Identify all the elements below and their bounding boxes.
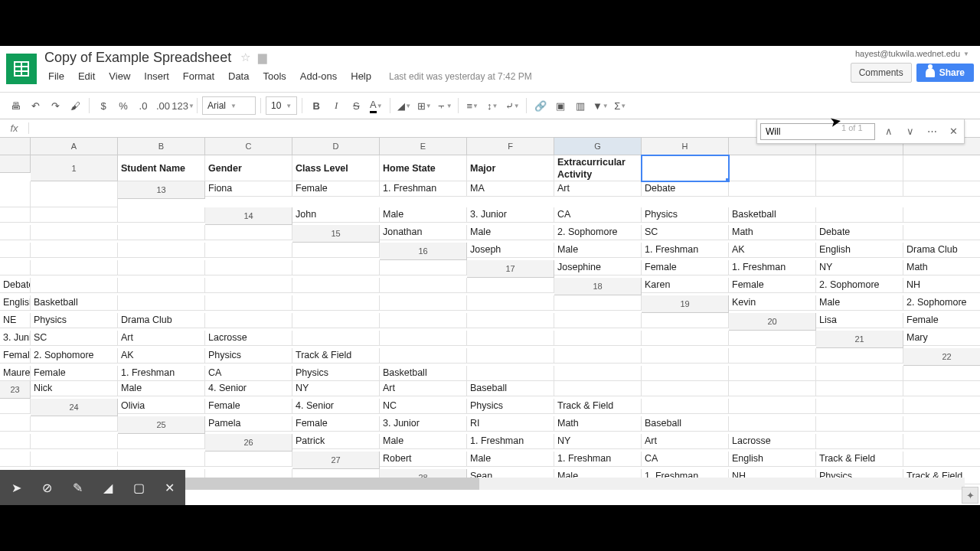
cell[interactable] bbox=[118, 295, 205, 311]
currency-icon[interactable]: $ bbox=[94, 96, 113, 115]
cell[interactable] bbox=[729, 416, 816, 432]
cell[interactable] bbox=[292, 313, 380, 328]
cell[interactable]: Art bbox=[554, 181, 642, 197]
cell[interactable] bbox=[380, 278, 467, 293]
folder-icon[interactable]: ▆ bbox=[258, 51, 267, 64]
cell[interactable]: SC bbox=[642, 225, 729, 240]
cell[interactable] bbox=[554, 331, 642, 346]
bold-icon[interactable]: B bbox=[307, 96, 325, 115]
cell[interactable] bbox=[205, 295, 292, 311]
cell[interactable]: CA bbox=[205, 366, 292, 381]
percent-icon[interactable]: % bbox=[114, 96, 132, 115]
cell[interactable]: Lacrosse bbox=[729, 434, 816, 449]
cell[interactable] bbox=[31, 207, 118, 223]
share-button[interactable]: Share bbox=[916, 64, 974, 82]
pencil-icon[interactable]: ✎ bbox=[69, 479, 86, 496]
cell[interactable]: MA bbox=[467, 181, 554, 197]
cell[interactable]: AK bbox=[118, 348, 205, 364]
cell[interactable]: Jonathan bbox=[380, 225, 467, 240]
row-header[interactable]: 27 bbox=[292, 452, 380, 469]
close-icon[interactable]: ✕ bbox=[161, 479, 178, 496]
cell[interactable]: Math bbox=[729, 225, 816, 240]
cell[interactable] bbox=[554, 295, 642, 311]
row-header[interactable]: 16 bbox=[380, 243, 467, 260]
cell[interactable]: Female bbox=[0, 348, 31, 364]
print-icon[interactable]: 🖶 bbox=[6, 96, 24, 115]
paint-format-icon[interactable]: 🖌 bbox=[66, 96, 84, 115]
row-header[interactable]: 22 bbox=[903, 348, 980, 366]
highlighter-icon[interactable]: ◢ bbox=[100, 479, 116, 496]
cell[interactable] bbox=[31, 260, 118, 276]
cell[interactable] bbox=[380, 260, 467, 276]
cell[interactable]: Basketball bbox=[380, 366, 467, 381]
cell[interactable] bbox=[31, 278, 118, 293]
cell[interactable]: NY bbox=[292, 381, 380, 396]
cell[interactable]: Physics bbox=[205, 348, 292, 364]
column-header[interactable]: D bbox=[292, 138, 380, 155]
borders-icon[interactable]: ⊞▼ bbox=[415, 96, 433, 115]
cell[interactable]: Art bbox=[118, 331, 205, 346]
cell[interactable]: Basketball bbox=[729, 207, 816, 223]
cell[interactable]: Pamela bbox=[205, 416, 292, 432]
cell[interactable]: English bbox=[729, 452, 816, 467]
undo-icon[interactable]: ↶ bbox=[26, 96, 44, 115]
cell[interactable]: Male bbox=[816, 295, 903, 311]
cell[interactable] bbox=[0, 434, 31, 449]
header-cell[interactable] bbox=[729, 155, 816, 181]
cell[interactable]: Debate bbox=[0, 278, 31, 293]
cell[interactable]: Patrick bbox=[292, 434, 380, 449]
menu-format[interactable]: Format bbox=[178, 67, 220, 85]
cell[interactable] bbox=[729, 348, 816, 364]
cell[interactable]: Art bbox=[380, 381, 467, 396]
cell[interactable]: Male bbox=[467, 452, 554, 467]
row-header[interactable]: 1 bbox=[31, 155, 118, 181]
functions-icon[interactable]: Σ▼ bbox=[611, 96, 629, 115]
cell[interactable] bbox=[903, 381, 980, 396]
cell[interactable] bbox=[467, 295, 554, 311]
cell[interactable]: Physics bbox=[31, 313, 118, 328]
cell[interactable]: Drama Club bbox=[903, 243, 980, 258]
cell[interactable] bbox=[0, 452, 31, 467]
cell[interactable] bbox=[903, 416, 980, 432]
cell[interactable] bbox=[31, 434, 118, 449]
strikethrough-icon[interactable]: S bbox=[347, 96, 365, 115]
menu-insert[interactable]: Insert bbox=[139, 67, 175, 85]
cell[interactable]: Robert bbox=[380, 452, 467, 467]
column-header[interactable]: C bbox=[205, 138, 292, 155]
cell[interactable] bbox=[554, 313, 642, 328]
cell[interactable]: Female bbox=[729, 278, 816, 293]
cell[interactable] bbox=[292, 278, 380, 293]
row-header[interactable]: 13 bbox=[118, 181, 205, 199]
cell[interactable] bbox=[816, 181, 903, 197]
cell[interactable]: 1. Freshman bbox=[642, 243, 729, 258]
cell[interactable] bbox=[205, 278, 292, 293]
cell[interactable] bbox=[380, 348, 467, 364]
menu-tools[interactable]: Tools bbox=[257, 67, 291, 85]
cell[interactable] bbox=[554, 366, 642, 381]
cell[interactable]: Drama Club bbox=[118, 313, 205, 328]
row-header[interactable]: 14 bbox=[205, 207, 292, 225]
cell[interactable]: Track & Field bbox=[292, 348, 380, 364]
cell[interactable] bbox=[903, 452, 980, 467]
header-cell[interactable]: Extracurricular Activity bbox=[554, 155, 642, 181]
cell[interactable] bbox=[31, 243, 118, 258]
explore-button[interactable]: ✦ bbox=[962, 487, 978, 504]
cell[interactable] bbox=[729, 381, 816, 396]
cell[interactable]: Female bbox=[292, 416, 380, 432]
cell[interactable]: CA bbox=[642, 452, 729, 467]
cell[interactable] bbox=[816, 434, 903, 449]
cell[interactable] bbox=[31, 452, 118, 467]
cell[interactable] bbox=[0, 243, 31, 258]
number-format-icon[interactable]: 123▼ bbox=[174, 96, 192, 115]
cell[interactable]: Karen bbox=[642, 278, 729, 293]
cell[interactable] bbox=[467, 348, 554, 364]
cell[interactable] bbox=[380, 313, 467, 328]
cell[interactable]: Physics bbox=[467, 399, 554, 414]
filter-icon[interactable]: ▼▼ bbox=[591, 96, 609, 115]
cell[interactable] bbox=[292, 331, 380, 346]
row-header[interactable]: 15 bbox=[292, 225, 380, 243]
header-cell[interactable] bbox=[642, 155, 729, 181]
header-cell[interactable]: Gender bbox=[205, 155, 292, 181]
cell[interactable] bbox=[118, 243, 205, 258]
chart-icon[interactable]: ▥ bbox=[571, 96, 590, 115]
